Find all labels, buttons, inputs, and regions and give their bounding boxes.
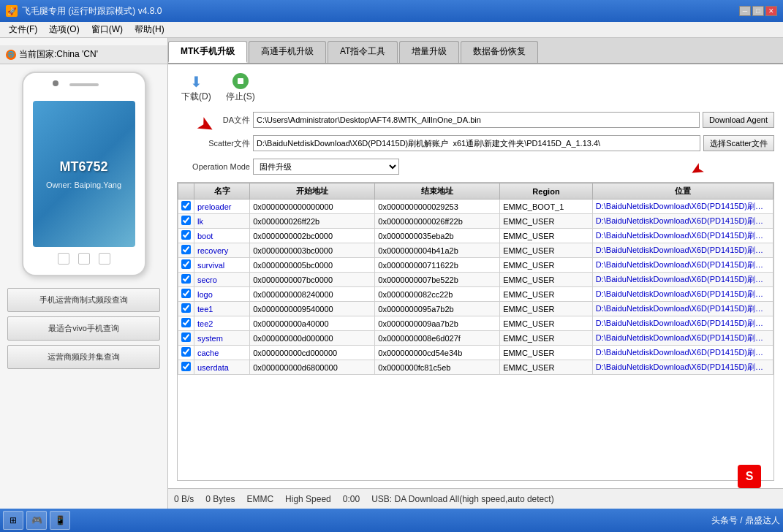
row-location: D:\BaiduNetdiskDownload\X6D(PD1415D)刷机解.… xyxy=(592,360,773,375)
row-checkbox[interactable] xyxy=(181,362,191,371)
tab-at[interactable]: AT指令工具 xyxy=(328,41,398,63)
row-end: 0x0000000008e6d027f xyxy=(375,331,500,346)
taskbar-app1-button[interactable]: 🎮 xyxy=(26,511,47,530)
maximize-button[interactable]: □ xyxy=(752,6,764,16)
row-checkbox-cell[interactable] xyxy=(178,331,194,346)
operation-mode-row: Operation Mode 固件升级 xyxy=(174,157,777,176)
row-location: D:\BaiduNetdiskDownload\X6D(PD1415D)刷机解.… xyxy=(592,243,773,258)
row-location: D:\BaiduNetdiskDownload\X6D(PD1415D)刷机解.… xyxy=(592,229,773,243)
close-button[interactable]: ✕ xyxy=(765,6,777,16)
select-scatter-button[interactable]: 选择Scatter文件 xyxy=(703,135,774,151)
row-checkbox[interactable] xyxy=(181,347,191,357)
menu-help[interactable]: 帮助(H) xyxy=(129,22,170,37)
row-checkbox[interactable] xyxy=(181,289,191,298)
scatter-input[interactable] xyxy=(253,135,700,151)
right-panel: MTK手机升级 高通手机升级 AT指令工具 增量升级 数据备份恢复 ⬇ 下载(D… xyxy=(168,38,783,509)
app-icon: 🚀 xyxy=(6,5,18,17)
row-checkbox-cell[interactable] xyxy=(178,287,194,302)
row-checkbox-cell[interactable] xyxy=(178,258,194,273)
row-location: D:\BaiduNetdiskDownload\X6D(PD1415D)刷机解.… xyxy=(592,302,773,316)
table-row: secro 0x0000000007bc0000 0x0000000007be5… xyxy=(178,273,773,287)
minimize-button[interactable]: ─ xyxy=(739,6,751,16)
firmware-table: 名字 开始地址 结束地址 Region 位置 preloader 0x00000… xyxy=(178,183,773,375)
tab-backup[interactable]: 数据备份恢复 xyxy=(461,41,538,63)
row-start: 0x0000000005bc0000 xyxy=(250,258,375,273)
status-time: 0:00 xyxy=(343,494,360,504)
tab-qualcomm[interactable]: 高通手机升级 xyxy=(249,41,326,63)
row-checkbox-cell[interactable] xyxy=(178,346,194,360)
row-checkbox-cell[interactable] xyxy=(178,316,194,331)
menu-options[interactable]: 选项(O) xyxy=(43,22,85,37)
row-end: 0x0000000000026ff22b xyxy=(375,214,500,229)
row-region: EMMC_USER xyxy=(500,360,593,375)
operation-select[interactable]: 固件升级 xyxy=(253,159,399,175)
row-start: 0x0000000009540000 xyxy=(250,302,375,316)
country-bar: 🌐 当前国家:China 'CN' xyxy=(0,45,167,64)
vivo-query-button[interactable]: 最适合vivo手机查询 xyxy=(7,316,160,341)
tab-content: ⬇ 下载(D) 停止(S) DA文件 Download Agent xyxy=(168,64,783,488)
col-location: 位置 xyxy=(592,183,773,200)
row-checkbox-cell[interactable] xyxy=(178,229,194,243)
tab-bar: MTK手机升级 高通手机升级 AT指令工具 增量升级 数据备份恢复 xyxy=(168,38,783,64)
col-name: 名字 xyxy=(194,183,250,200)
tab-mtk[interactable]: MTK手机升级 xyxy=(168,41,247,63)
taskbar-start-button[interactable]: ⊞ xyxy=(3,511,23,530)
stop-inner xyxy=(238,78,243,84)
taskbar: ⊞ 🎮 📱 头条号 / 鼎盛达人 xyxy=(0,509,783,532)
stop-group: 停止(S) xyxy=(226,73,255,103)
row-checkbox[interactable] xyxy=(181,245,191,254)
nav-home xyxy=(78,253,90,265)
title-controls[interactable]: ─ □ ✕ xyxy=(739,6,777,16)
row-checkbox-cell[interactable] xyxy=(178,243,194,258)
table-row: preloader 0x0000000000000000 0x000000000… xyxy=(178,200,773,214)
row-location: D:\BaiduNetdiskDownload\X6D(PD1415D)刷机解.… xyxy=(592,316,773,331)
row-location: D:\BaiduNetdiskDownload\X6D(PD1415D)刷机解.… xyxy=(592,331,773,346)
row-checkbox-cell[interactable] xyxy=(178,360,194,375)
left-buttons: 手机运营商制式频段查询 最适合vivo手机查询 运营商频段并集查询 xyxy=(0,284,167,373)
row-start: 0x000000000d000000 xyxy=(250,331,375,346)
da-label: DA文件 xyxy=(177,115,250,126)
row-checkbox[interactable] xyxy=(181,274,191,284)
table-row: system 0x000000000d000000 0x0000000008e6… xyxy=(178,331,773,346)
col-check xyxy=(178,183,194,200)
table-row: cache 0x000000000cd000000 0x000000000cd5… xyxy=(178,346,773,360)
status-type: EMMC xyxy=(246,494,273,504)
row-checkbox[interactable] xyxy=(181,303,191,313)
country-icon: 🌐 xyxy=(6,50,16,60)
table-row: lk 0x000000026ff22b 0x0000000000026ff22b… xyxy=(178,214,773,229)
status-quality: High Speed xyxy=(285,494,331,504)
row-end: 0x0000000035eba2b xyxy=(375,229,500,243)
phone-screen: MT6752 Owner: Baiping.Yang xyxy=(33,101,135,247)
row-location: D:\BaiduNetdiskDownload\X6D(PD1415D)刷机解.… xyxy=(592,273,773,287)
menu-window[interactable]: 窗口(W) xyxy=(86,22,129,37)
download-label[interactable]: 下载(D) xyxy=(181,91,211,103)
row-end: 0x0000000009aa7b2b xyxy=(375,316,500,331)
da-input[interactable] xyxy=(253,112,700,128)
row-name: tee2 xyxy=(194,316,250,331)
row-start: 0x0000000007bc0000 xyxy=(250,273,375,287)
row-name: cache xyxy=(194,346,250,360)
status-message: USB: DA Download All(high speed,auto det… xyxy=(371,494,553,504)
row-checkbox[interactable] xyxy=(181,216,191,225)
table-row: tee1 0x0000000009540000 0x0000000095a7b2… xyxy=(178,302,773,316)
row-checkbox-cell[interactable] xyxy=(178,273,194,287)
row-checkbox-cell[interactable] xyxy=(178,302,194,316)
row-checkbox[interactable] xyxy=(181,230,191,240)
stop-label[interactable]: 停止(S) xyxy=(226,91,255,103)
row-checkbox[interactable] xyxy=(181,259,191,269)
carrier-union-button[interactable]: 运营商频段并集查询 xyxy=(7,345,160,369)
row-checkbox[interactable] xyxy=(181,318,191,327)
row-checkbox-cell[interactable] xyxy=(178,214,194,229)
download-agent-button[interactable]: Download Agent xyxy=(703,112,774,128)
row-checkbox[interactable] xyxy=(181,332,191,342)
menu-file[interactable]: 文件(F) xyxy=(3,22,43,37)
row-checkbox[interactable] xyxy=(181,201,191,210)
data-table: 名字 开始地址 结束地址 Region 位置 preloader 0x00000… xyxy=(177,182,774,481)
carrier-query-button[interactable]: 手机运营商制式频段查询 xyxy=(7,288,160,312)
phone-nav xyxy=(58,253,110,265)
taskbar-app2-button[interactable]: 📱 xyxy=(50,511,70,530)
row-checkbox-cell[interactable] xyxy=(178,200,194,214)
row-name: logo xyxy=(194,287,250,302)
tab-incremental[interactable]: 增量升级 xyxy=(399,41,459,63)
scatter-file-row: Scatter文件 选择Scatter文件 xyxy=(174,134,777,153)
